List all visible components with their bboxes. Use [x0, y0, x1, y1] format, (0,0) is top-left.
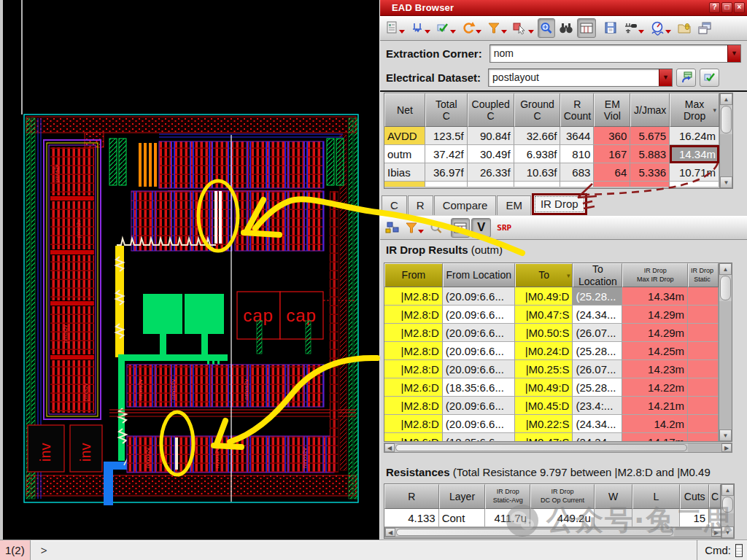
col-r-count[interactable]: R Count [560, 93, 594, 127]
electrical-dataset-select[interactable]: postlayout ▼ [488, 69, 673, 87]
scroll-left-arrow[interactable]: ◀ [384, 443, 395, 452]
col-layer[interactable]: Layer [439, 484, 486, 509]
ir-drop-static-cell[interactable] [688, 324, 719, 342]
from-location-cell[interactable]: (20.09:6.6... [443, 342, 515, 360]
to-location-cell[interactable]: (24.34... [573, 415, 622, 433]
from-cell[interactable]: |M2.8:D [384, 360, 443, 378]
measure-button[interactable] [648, 18, 673, 38]
col-static-avg[interactable]: IR Drop Static-Avg [485, 484, 530, 509]
to-cell[interactable]: |M0.47:S [515, 306, 573, 324]
scroll-up-arrow[interactable]: ▲ [720, 93, 732, 105]
ir-drop-static-cell[interactable] [688, 397, 719, 415]
show-table-button[interactable] [577, 18, 596, 38]
scrollbar-thumb[interactable] [396, 529, 673, 536]
col-em-viol[interactable]: EM Viol [594, 93, 630, 127]
scrollbar-thumb[interactable] [720, 276, 731, 300]
max-ir-drop-cell[interactable]: 14.29m [622, 306, 688, 324]
irdrop-filter-button[interactable] [403, 218, 426, 238]
irdrop-table-row[interactable]: |M2.8:D (20.09:6.6... |M0.49:D (25.28...… [384, 287, 719, 306]
col-r[interactable]: R [384, 484, 439, 509]
irdrop-table-row[interactable]: |M2.8:D (20.09:6.6... |M0.45:D (23.4:...… [384, 397, 719, 415]
window-titlebar[interactable]: EAD Browser ? □ × [380, 0, 747, 16]
to-location-cell[interactable]: (24.34... [573, 306, 622, 324]
scroll-left-arrow[interactable]: ◀ [385, 528, 395, 537]
col-from-location[interactable]: From Location [443, 263, 515, 287]
from-cell[interactable]: |M2.8:D [384, 397, 443, 415]
close-button[interactable]: × [734, 2, 745, 13]
max-ir-drop-cell[interactable]: 14.25m [622, 342, 688, 360]
max-ir-drop-cell[interactable]: 14.2m [622, 415, 688, 433]
net-row-outm[interactable]: outm 37.42f 30.49f 6.938f 810 167 5.883 … [384, 145, 719, 163]
ir-drop-static-cell[interactable] [688, 287, 719, 306]
scroll-right-arrow[interactable]: ▶ [711, 528, 721, 537]
ir-drop-static-cell[interactable] [688, 378, 719, 397]
ir-drop-static-cell[interactable] [688, 306, 719, 324]
probe-clip-button[interactable] [409, 18, 433, 38]
probe-cursor-button[interactable] [511, 18, 536, 38]
ir-drop-static-cell[interactable] [688, 433, 719, 441]
hierarchy-button[interactable] [383, 218, 402, 238]
net-row-avdd[interactable]: AVDD 123.5f 90.84f 32.66f 3644 360 5.675… [384, 127, 719, 145]
to-location-cell[interactable]: (25.28... [573, 287, 622, 306]
max-ir-drop-cell[interactable]: 14.21m [622, 397, 688, 415]
windows-button[interactable] [695, 18, 714, 38]
from-location-cell[interactable]: (20.09:6.6... [443, 360, 515, 378]
col-dc-op-current[interactable]: IR Drop DC Op Current [530, 484, 595, 509]
report-button[interactable] [383, 18, 407, 38]
from-location-cell[interactable]: (18.35:6.6... [443, 378, 515, 397]
scroll-down-arrow[interactable]: ▼ [721, 526, 734, 538]
tab-r[interactable]: R [408, 195, 433, 215]
layout-canvas[interactable]: pmos2v pmos2v pmos2v pmos2v [0, 0, 379, 540]
ir-drop-static-cell[interactable] [688, 342, 719, 360]
ir-drop-static-cell[interactable] [688, 415, 719, 433]
col-l[interactable]: L [632, 484, 681, 509]
tab-ir-drop[interactable]: IR Drop [532, 193, 587, 215]
restore-button[interactable]: □ [721, 2, 732, 13]
col-max-drop[interactable]: Max Drop▾ [670, 93, 719, 127]
col-c[interactable]: C [709, 484, 721, 509]
open-data-button[interactable] [675, 18, 694, 38]
col-coupled-c[interactable]: Coupled C [468, 93, 514, 127]
to-cell[interactable]: |M0.50:S [515, 324, 573, 342]
tab-compare[interactable]: Compare [434, 195, 497, 215]
load-dataset-button[interactable] [676, 69, 696, 87]
to-cell[interactable]: |M0.25:S [515, 360, 573, 378]
dropdown-button[interactable]: ▼ [659, 69, 672, 86]
voltage-mode-button[interactable]: V [471, 218, 491, 238]
to-location-cell[interactable]: (24.34... [573, 433, 622, 441]
col-total-c[interactable]: Total C [425, 93, 468, 127]
to-cell[interactable]: |M0.45:D [515, 397, 573, 415]
col-ground-c[interactable]: Ground C [514, 93, 561, 127]
col-max-ir-drop[interactable]: IR Drop Max IR Drop [622, 263, 688, 287]
validate-button[interactable] [434, 18, 458, 38]
from-location-cell[interactable]: (20.09:6.6... [443, 287, 515, 306]
irdrop-table-hscrollbar[interactable]: ◀ ▶ [384, 443, 732, 453]
from-cell[interactable]: |M2.8:D [384, 306, 443, 324]
to-cell[interactable]: |M0.22:S [515, 415, 573, 433]
tab-em[interactable]: EM [497, 195, 531, 215]
from-location-cell[interactable]: (20.09:6.6... [443, 324, 515, 342]
col-cuts[interactable]: Cuts [680, 484, 709, 509]
from-cell[interactable]: |M2.8:D [384, 342, 443, 360]
to-cell[interactable]: |M0.49:D [515, 287, 573, 306]
undo-button[interactable] [460, 18, 484, 38]
to-cell[interactable]: |M0.49:D [515, 378, 573, 397]
from-location-cell[interactable]: (20.09:6.6... [443, 415, 515, 433]
save-button[interactable] [602, 18, 619, 38]
col-w[interactable]: W [595, 484, 632, 509]
from-cell[interactable]: |M2.6:D [384, 378, 443, 397]
dropdown-button[interactable]: ▼ [727, 45, 740, 62]
scroll-up-arrow[interactable]: ▲ [719, 263, 732, 275]
irdrop-table-vscrollbar[interactable]: ▲ ▼ [719, 263, 732, 441]
tab-c[interactable]: C [382, 195, 407, 215]
to-location-cell[interactable]: (25.28... [573, 342, 622, 360]
extraction-corner-select[interactable]: nom ▼ [489, 44, 741, 63]
irdrop-table-row[interactable]: |M2.8:D (20.09:6.6... |M0.24:D (25.28...… [384, 342, 719, 360]
irdrop-table-row[interactable]: |M2.6:D (18.35:6.6... |M0.49:D (25.28...… [384, 378, 719, 397]
zoom-to-button[interactable] [538, 18, 555, 38]
to-location-cell[interactable]: (23.4:... [573, 397, 622, 415]
to-cell[interactable]: |M0.24:D [515, 342, 573, 360]
scroll-down-arrow[interactable]: ▼ [720, 176, 732, 188]
find-button[interactable] [557, 18, 576, 38]
col-net[interactable]: Net [384, 93, 425, 127]
